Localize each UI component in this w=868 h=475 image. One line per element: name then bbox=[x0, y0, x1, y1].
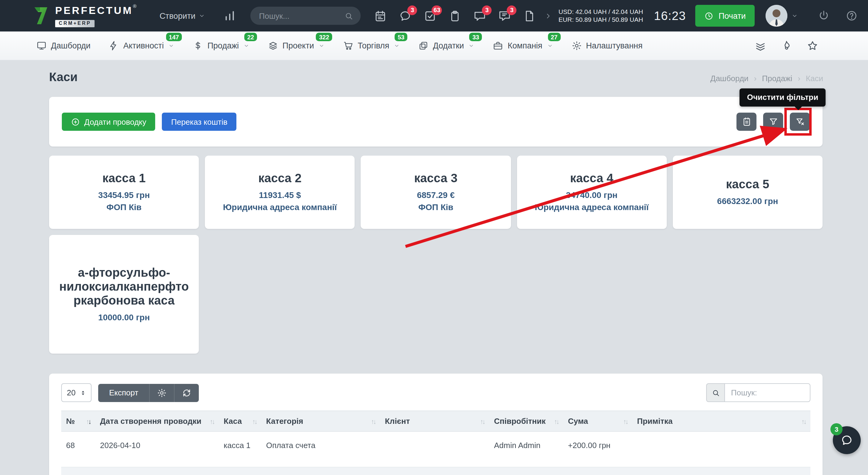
breadcrumb-link[interactable]: Каси bbox=[806, 74, 823, 83]
topbar-icon-button[interactable] bbox=[523, 9, 536, 22]
cell-client bbox=[380, 467, 489, 475]
eur-rate: EUR: 50.89 UAH / 50.89 UAH bbox=[559, 16, 643, 24]
column-header[interactable]: Сума ↑↓ bbox=[563, 411, 632, 432]
cell-date: 2026-04-10 bbox=[95, 467, 219, 475]
column-header[interactable]: Категорія ↑↓ bbox=[261, 411, 380, 432]
caret-down-icon[interactable] bbox=[791, 12, 799, 20]
chevron-right-icon[interactable] bbox=[545, 12, 553, 20]
cashbox-card[interactable]: касса 3 6857.29 € ФОП Ків bbox=[361, 156, 511, 229]
breadcrumb-link[interactable]: Продажі bbox=[762, 74, 792, 83]
clock: 16:23 bbox=[654, 9, 686, 23]
cell-category: Оплата счета bbox=[261, 432, 380, 467]
count-badge: 33 bbox=[469, 33, 482, 41]
cashbox-subtitle: Юридична адреса компанії bbox=[223, 203, 337, 213]
table-refresh-button[interactable] bbox=[174, 383, 199, 402]
start-timer-button[interactable]: Почати bbox=[695, 5, 755, 27]
cell-client bbox=[380, 432, 489, 467]
column-header[interactable]: Каса ↑↓ bbox=[219, 411, 261, 432]
flame-icon[interactable] bbox=[781, 40, 792, 52]
table-row[interactable]: 67 2026-04-10 касса 1 Оплата счета Admin… bbox=[61, 467, 810, 475]
annotation-highlight-box bbox=[784, 108, 812, 136]
global-search-input[interactable] bbox=[258, 10, 345, 21]
cashbox-card[interactable]: касса 2 11931.45 $ Юридична адреса компа… bbox=[205, 156, 354, 229]
transfer-funds-label: Переказ коштів bbox=[171, 117, 227, 126]
cashbox-subtitle: Юридична адреса компанії bbox=[535, 203, 649, 213]
global-search[interactable] bbox=[251, 7, 361, 25]
column-header[interactable]: Дата створення проводки ↑↓ bbox=[95, 411, 219, 432]
topbar-icon-button[interactable] bbox=[374, 9, 387, 22]
cell-employee[interactable]: Admin Admin bbox=[489, 467, 563, 475]
table-settings-button[interactable] bbox=[149, 383, 174, 402]
cell-note bbox=[632, 467, 810, 475]
topbar-icon-button[interactable]: 3 bbox=[399, 9, 412, 22]
perfectum-logo-icon bbox=[34, 7, 50, 25]
cash-registers-page: Каси Дашборди › Продажі › Каси › bbox=[0, 61, 868, 475]
topbar-icon-button[interactable]: 3 bbox=[474, 9, 487, 22]
brand-logo[interactable]: PERFECTUM® CRM+ERP bbox=[34, 4, 136, 27]
nav-item[interactable]: Активності 147 bbox=[109, 41, 175, 51]
gear-icon bbox=[157, 388, 167, 398]
breadcrumb-link[interactable]: Дашборди bbox=[710, 74, 749, 83]
actions-card: Додати проводку Переказ коштів bbox=[49, 97, 823, 146]
column-header[interactable]: № ↑↓ bbox=[61, 411, 95, 432]
cell-cashbox: касса 1 bbox=[219, 432, 261, 467]
nav-item[interactable]: Компанія 27 bbox=[493, 41, 553, 51]
stack-icon[interactable] bbox=[755, 40, 766, 52]
cashbox-amount: 11931.45 $ bbox=[259, 190, 301, 200]
table-search-input[interactable] bbox=[724, 383, 810, 402]
cell-number: 67 bbox=[61, 467, 95, 475]
caret-down-icon bbox=[318, 42, 325, 49]
page-size-value: 20 bbox=[67, 388, 76, 397]
cell-employee[interactable]: Admin Admin bbox=[489, 432, 563, 467]
caret-down-icon bbox=[168, 42, 175, 49]
search-icon bbox=[706, 383, 724, 402]
nav-item[interactable]: Торгівля 53 bbox=[343, 41, 400, 51]
activity-icon bbox=[109, 41, 119, 51]
power-icon[interactable] bbox=[818, 10, 830, 22]
nav-item[interactable]: Налаштування bbox=[571, 41, 643, 51]
transfer-funds-button[interactable]: Переказ коштів bbox=[162, 113, 237, 131]
topbar-icon-button[interactable] bbox=[449, 9, 462, 22]
perfectum-crm-app: PERFECTUM® CRM+ERP Створити 3 bbox=[0, 0, 868, 475]
table-body: 68 2026-04-10 касса 1 Оплата счета Admin… bbox=[61, 432, 810, 475]
topbar-icon-button[interactable]: 3 bbox=[499, 9, 511, 22]
breadcrumb: Дашборди › Продажі › Каси › bbox=[710, 74, 823, 83]
topbar: PERFECTUM® CRM+ERP Створити 3 bbox=[0, 0, 868, 32]
cashbox-card[interactable]: касса 5 6663232.00 грн bbox=[673, 156, 823, 229]
clipboard-icon bbox=[449, 9, 462, 22]
dashboard-icon bbox=[36, 41, 47, 51]
nav-item[interactable]: Дашборди bbox=[36, 41, 91, 51]
cashbox-card[interactable]: а-фторсульфо-нилоксиалканперфторкарбонов… bbox=[49, 235, 199, 353]
nav-item-label: Активності bbox=[123, 41, 164, 50]
apps-icon bbox=[418, 41, 429, 51]
bar-chart-icon[interactable] bbox=[224, 10, 236, 22]
filter-button[interactable] bbox=[763, 113, 783, 131]
cashbox-card[interactable]: касса 4 34740.00 грн Юридична адреса ком… bbox=[517, 156, 666, 229]
export-button[interactable]: Експорт bbox=[98, 383, 149, 402]
cell-category: Оплата счета bbox=[261, 467, 380, 475]
help-icon[interactable] bbox=[846, 10, 858, 22]
create-menu[interactable]: Створити bbox=[159, 11, 206, 20]
page-size-select[interactable]: 20 bbox=[61, 383, 92, 402]
cashbox-title: касса 2 bbox=[258, 171, 302, 185]
column-header[interactable]: Клієнт ↑↓ bbox=[380, 411, 489, 432]
topbar-icon-button[interactable]: 63 bbox=[424, 9, 437, 22]
table-row[interactable]: 68 2026-04-10 касса 1 Оплата счета Admin… bbox=[61, 432, 810, 467]
column-header[interactable]: Співробітник ↑↓ bbox=[489, 411, 563, 432]
star-icon[interactable] bbox=[807, 40, 818, 52]
column-header[interactable]: Примітка ↑↓ bbox=[632, 411, 810, 432]
start-timer-label: Почати bbox=[719, 11, 746, 20]
cashbox-subtitle: ФОП Ків bbox=[418, 203, 454, 213]
nav-item[interactable]: Продажі 22 bbox=[193, 41, 250, 51]
chat-badge: 3 bbox=[830, 423, 842, 435]
nav-item[interactable]: Додатки 33 bbox=[418, 41, 475, 51]
add-transaction-button[interactable]: Додати проводку bbox=[62, 113, 155, 131]
nav-item[interactable]: Проекти 322 bbox=[268, 41, 325, 51]
cashbox-card[interactable]: касса 1 33454.95 грн ФОП Ків bbox=[49, 156, 199, 229]
report-button[interactable] bbox=[737, 113, 756, 131]
avatar[interactable] bbox=[766, 5, 788, 27]
cashbox-grid: касса 1 33454.95 грн ФОП Ків касса 2 119… bbox=[49, 156, 823, 353]
chat-fab[interactable]: 3 bbox=[833, 426, 861, 454]
cell-amount: +70.00 грн bbox=[563, 467, 632, 475]
count-badge: 147 bbox=[166, 33, 182, 41]
